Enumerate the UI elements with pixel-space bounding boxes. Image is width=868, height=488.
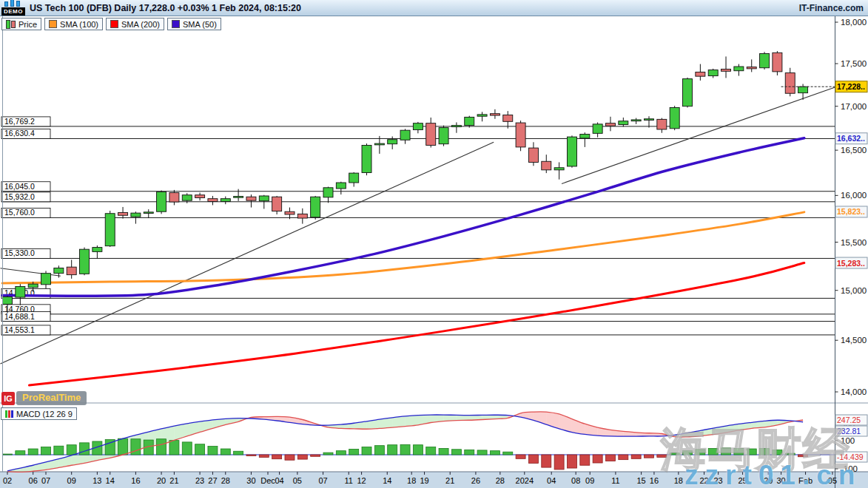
macd-histogram-bar <box>413 445 423 455</box>
macd-histogram-bar <box>16 451 25 455</box>
legend-label: SMA (100) <box>60 20 98 29</box>
candle-body <box>734 67 744 71</box>
macd-histogram-bar <box>3 454 13 455</box>
candle-body <box>605 123 615 126</box>
x-tick-label: 14 <box>383 476 391 485</box>
macd-histogram-bar <box>696 450 705 455</box>
x-tick-label: 23 <box>714 476 723 485</box>
candle-body <box>208 199 218 202</box>
sma50-swatch-icon <box>172 20 180 28</box>
x-tick-label: 20 <box>157 476 166 485</box>
x-tick-label: 28 <box>496 476 505 485</box>
mini-candles-icon <box>4 1 20 7</box>
candle-body <box>477 115 487 116</box>
level-tag-label: 16,769.2 <box>4 117 35 126</box>
ig-logo: IG <box>1 392 15 405</box>
macd-indicator-chip[interactable]: MACD (12 26 9 <box>1 407 77 420</box>
chart-canvas[interactable]: 16,769.216,630.416,045.015,932.015,760.0… <box>0 0 868 488</box>
candle-body <box>80 249 90 274</box>
x-tick-label: 08 <box>571 476 580 485</box>
level-tag-label: 15,932.0 <box>4 192 35 201</box>
plot-background <box>0 16 868 472</box>
candle-body <box>516 123 525 147</box>
macd-histogram-bar <box>28 449 38 455</box>
candle-body <box>54 268 64 273</box>
x-tick-label: 28 <box>221 476 230 485</box>
legend-chip-price[interactable]: Price <box>1 18 41 30</box>
macd-label: MACD (12 26 9 <box>16 410 73 418</box>
macd-histogram-bar <box>477 450 487 455</box>
macd-histogram-bar <box>721 448 731 455</box>
macd-histogram-bar <box>760 448 770 455</box>
candle-body <box>157 192 166 211</box>
y-tick-label: 15,500 <box>841 238 867 247</box>
macd-tag-label: 247.25 <box>837 416 861 424</box>
candle-body <box>285 211 295 214</box>
instrument-title: US Tech 100 (DFB) Daily 17,228.0 +0.03% … <box>30 3 301 13</box>
level-tag-label: 14,553.1 <box>4 325 35 334</box>
y-tick-label: 16,500 <box>841 146 867 155</box>
macd-shade <box>406 416 418 427</box>
macd-histogram-bar <box>157 439 166 455</box>
candle-body <box>747 67 756 69</box>
x-tick-label: 06 <box>29 476 38 485</box>
macd-histogram-bar <box>580 455 590 465</box>
candle-body <box>272 197 282 211</box>
legend-chip-sma100[interactable]: SMA (100) <box>44 18 103 30</box>
x-tick-label: 09 <box>585 476 594 485</box>
y-tick-label: 14,000 <box>841 387 867 396</box>
candle-body <box>374 143 384 145</box>
x-tick-label: 23 <box>195 476 204 485</box>
macd-histogram-bar <box>169 441 179 455</box>
candle-body <box>567 137 576 166</box>
macd-shade <box>392 416 405 427</box>
macd-histogram-bar <box>54 446 64 455</box>
x-tick-label: 21 <box>169 476 178 485</box>
x-tick-label: 13 <box>92 476 101 485</box>
macd-histogram-bar <box>182 442 192 455</box>
macd-histogram-bar <box>503 452 513 455</box>
candle-body <box>131 213 141 217</box>
macd-tick-label: 100 <box>841 436 855 445</box>
candle-body <box>528 148 538 162</box>
candle-body <box>234 197 243 198</box>
macd-histogram-bar <box>208 447 218 455</box>
candle-body <box>721 69 731 71</box>
macd-histogram-bar <box>41 447 51 455</box>
sma100-swatch-icon <box>49 20 57 28</box>
legend-chip-sma50[interactable]: SMA (50) <box>167 18 221 30</box>
macd-shade <box>457 415 469 420</box>
legend-chip-sma200[interactable]: SMA (200) <box>106 18 164 30</box>
macd-histogram-bar <box>131 439 141 455</box>
x-tick-label: 04 <box>275 476 283 485</box>
macd-histogram-bar <box>747 449 756 455</box>
macd-histogram-bar <box>605 455 615 461</box>
x-tick-label: Feb <box>798 476 813 485</box>
x-tick-label: 25 <box>738 476 747 485</box>
candle-body <box>400 130 410 140</box>
candle-body <box>28 284 38 288</box>
sma200-swatch-icon <box>110 20 118 28</box>
x-tick-label: 11 <box>611 476 619 485</box>
candle-body <box>118 212 128 215</box>
x-tick-label: 30 <box>246 476 255 485</box>
x-tick-label: 2024 <box>516 476 534 485</box>
macd-histogram-bar <box>272 455 282 459</box>
level-tag-label: 16,045.0 <box>4 182 35 191</box>
macd-histogram-bar <box>465 450 474 455</box>
macd-histogram-bar <box>246 455 256 456</box>
macd-histogram-bar <box>593 455 602 463</box>
candle-body <box>144 212 153 214</box>
macd-histogram-bar <box>388 445 397 455</box>
macd-histogram-bar <box>451 450 461 455</box>
candle-body <box>683 79 693 106</box>
candle-body <box>670 107 679 128</box>
y-tick-label: 15,000 <box>841 286 867 295</box>
brand-link[interactable]: IT-Finance.com <box>799 3 864 13</box>
macd-histogram-bar <box>259 455 269 457</box>
candle-body <box>542 161 551 170</box>
candle-body <box>657 119 667 129</box>
macd-histogram-bar <box>516 455 525 458</box>
candle-body <box>195 195 205 198</box>
macd-histogram-bar <box>734 448 744 455</box>
